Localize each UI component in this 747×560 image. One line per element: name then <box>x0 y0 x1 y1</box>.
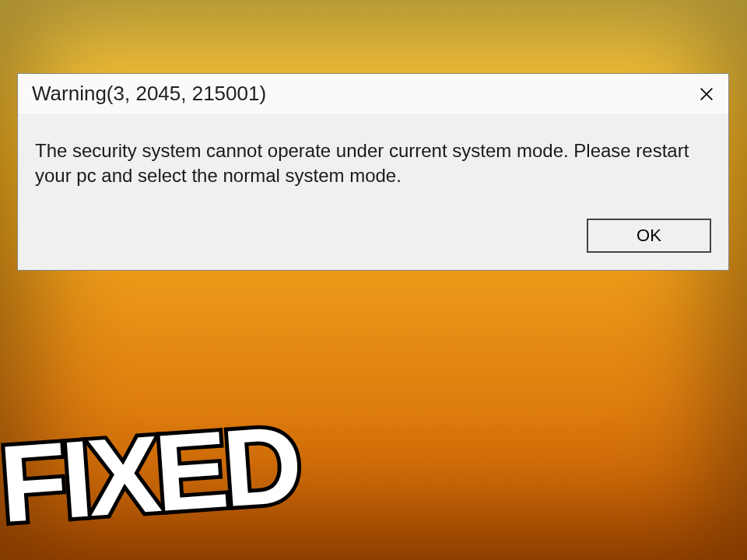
dialog-body: The security system cannot operate under… <box>18 114 728 219</box>
warning-dialog: Warning(3, 2045, 215001) The security sy… <box>17 73 729 271</box>
ok-button[interactable]: OK <box>587 219 711 253</box>
fixed-overlay-text: FIXED <box>0 410 301 539</box>
dialog-button-row: OK <box>18 219 728 270</box>
dialog-message: The security system cannot operate under… <box>35 138 711 189</box>
dialog-title: Warning(3, 2045, 215001) <box>32 82 266 106</box>
close-icon[interactable] <box>696 83 717 105</box>
dialog-titlebar: Warning(3, 2045, 215001) <box>18 74 728 114</box>
